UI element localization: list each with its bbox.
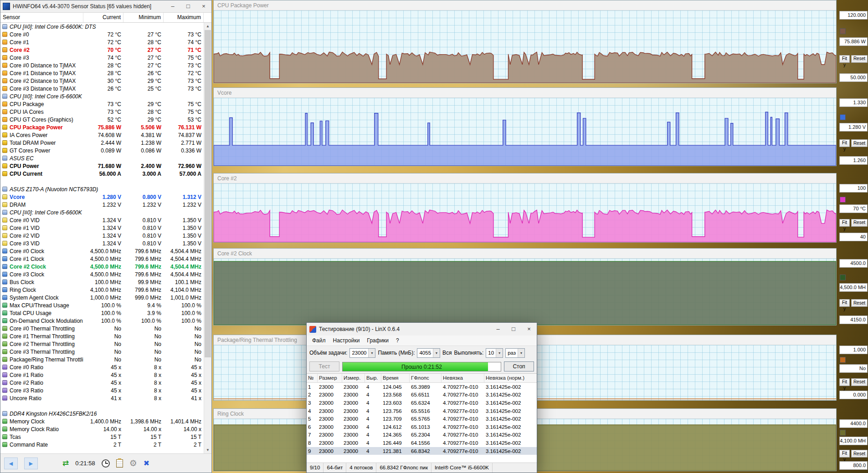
sensor-row[interactable]: Core #3 Distance to TjMAX26 °C25 °C73 °C (0, 85, 204, 92)
sensor-row[interactable]: Core #374 °C27 °C75 °C (0, 54, 204, 61)
scale-max-box[interactable]: 1.000 (839, 346, 868, 354)
fit-y-button[interactable]: Fit y (839, 450, 850, 458)
maximize-button[interactable]: □ (180, 0, 196, 12)
sensor-row[interactable]: Core #2 VID1.324 V0.810 V1.350 V (0, 232, 204, 239)
menu-item[interactable]: ? (392, 336, 403, 346)
result-row[interactable]: 823000230004126.44964.15564.709277e-0103… (307, 439, 537, 447)
sensor-group-row[interactable]: ASUS Z170-A (Nuvoton NCT6793D) (0, 185, 204, 193)
run-count-combobox[interactable]: 10▼ (486, 348, 503, 358)
results-column-header[interactable]: Невязка (норм.) (484, 374, 537, 382)
sensor-row[interactable]: System Agent Clock1,000.0 MHz999.0 MHz1,… (0, 294, 204, 301)
run-unit-combobox[interactable]: раз▼ (505, 348, 525, 358)
scale-min-box[interactable]: 1.260 (839, 156, 868, 165)
sensor-row[interactable]: Max CPU/Thread Usage100.0 %9.4 %100.0 % (0, 301, 204, 309)
minimize-button[interactable]: – (165, 0, 180, 12)
sensor-row[interactable]: CPU Current56.000 A3.000 A57.000 A (0, 170, 204, 178)
sensors-icon[interactable]: ⇄ (62, 458, 69, 468)
sensor-row[interactable]: Total DRAM Power2.444 W1.238 W2.771 W (0, 139, 204, 147)
scale-max-box[interactable]: 4400.0 (839, 419, 868, 428)
fit-y-button[interactable]: Fit y (839, 139, 850, 147)
hwinfo-titlebar[interactable]: HWiNFO64 v5.44-3070 Sensor Status [65 va… (0, 0, 211, 13)
memory-combobox[interactable]: 4055▼ (417, 348, 440, 358)
sensor-row[interactable]: Core #0 Thermal ThrottlingNoNoNo (0, 325, 204, 332)
back-button[interactable]: ◄ (4, 458, 18, 469)
sensor-group-row[interactable]: CPU [#0]: Intel Core i5-6600K (0, 92, 204, 100)
scale-min-box[interactable]: 50.000 (839, 73, 868, 82)
sensor-row[interactable]: Core #1 Thermal ThrottlingNoNoNo (0, 332, 204, 340)
sensor-row[interactable]: Core #0 Clock4,500.0 MHz799.6 MHz4,504.4… (0, 247, 204, 255)
scale-min-box[interactable]: 4150.0 (839, 315, 868, 324)
column-header-sensor[interactable]: Sensor (0, 13, 83, 22)
sensor-row[interactable]: On-Demand Clock Modulation100.0 %100.0 %… (0, 317, 204, 325)
sensor-row[interactable]: IA Cores Power74.608 W4.381 W74.837 W (0, 131, 204, 139)
sensor-row[interactable]: Bus Clock100.0 MHz99.9 MHz100.1 MHz (0, 278, 204, 286)
results-column-header[interactable]: Выр. (365, 374, 381, 382)
scroll-up-icon[interactable]: ▲ (204, 23, 211, 30)
sensor-group-row[interactable]: CPU [#0]: Intel Core i5-6600K (0, 209, 204, 216)
linx-titlebar[interactable]: Тестирование (9/10) - LinX 0.6.4 – □ × (307, 323, 537, 336)
sensor-row[interactable]: Core #0 VID1.324 V0.810 V1.350 V (0, 216, 204, 224)
scale-min-box[interactable]: 800.0 (839, 461, 868, 470)
menu-item[interactable]: Файл (308, 336, 329, 346)
graph-title[interactable]: Core #2 Clock (214, 249, 836, 259)
result-row[interactable]: 423000230004123.75665.55164.709277e-0103… (307, 407, 537, 415)
sensor-row[interactable]: Ring Clock4,100.0 MHz799.6 MHz4,104.0 MH… (0, 286, 204, 294)
maximize-button[interactable]: □ (506, 323, 521, 336)
forward-button[interactable]: ► (24, 458, 38, 469)
sensor-row[interactable]: Uncore Ratio41 x8 x41 x (0, 394, 204, 402)
sensor-row[interactable]: Core #3 Clock4,500.0 MHz799.6 MHz4,504.4… (0, 270, 204, 278)
results-column-header[interactable]: Время (381, 374, 410, 382)
reset-button[interactable]: Reset (851, 299, 868, 307)
graph-title[interactable]: Core #2 (214, 173, 836, 183)
sensor-row[interactable]: Core #3 Ratio45 x8 x45 x (0, 387, 204, 394)
sensor-row[interactable]: CPU IA Cores73 °C28 °C75 °C (0, 108, 204, 116)
sensor-row[interactable]: Total CPU Usage100.0 %3.9 %100.0 % (0, 309, 204, 317)
sensor-row[interactable]: Vcore1.280 V0.800 V1.312 V (0, 193, 204, 201)
clock-icon[interactable] (102, 459, 110, 468)
reset-button[interactable]: Reset (851, 219, 868, 227)
sensor-row[interactable]: Package/Ring Thermal ThrottlingNoNoNo (0, 356, 204, 363)
sensor-row[interactable]: Tcas15 T15 T15 T (0, 433, 204, 441)
sensor-row[interactable]: Core #2 Ratio45 x8 x45 x (0, 379, 204, 387)
sensor-row[interactable]: Core #1 Ratio45 x8 x45 x (0, 371, 204, 379)
scale-max-box[interactable]: 1.330 (839, 98, 868, 107)
result-row[interactable]: 923000230004121.38166.83424.709277e-0103… (307, 447, 537, 455)
results-column-header[interactable]: № (307, 374, 318, 382)
result-row[interactable]: 223000230004123.56865.65114.709277e-0103… (307, 391, 537, 399)
reset-button[interactable]: Reset (851, 378, 868, 386)
scroll-down-icon[interactable]: ▼ (204, 447, 211, 453)
column-header-maximum[interactable]: Maximum (164, 13, 204, 22)
results-column-header[interactable]: ГФлопс (410, 374, 442, 382)
sensor-row[interactable]: Core #1 VID1.324 V0.810 V1.350 V (0, 224, 204, 232)
column-header-current[interactable]: Current (83, 13, 123, 22)
logging-icon[interactable] (116, 459, 123, 468)
reset-button[interactable]: Reset (851, 55, 868, 63)
scale-min-box[interactable]: 40 (839, 233, 868, 241)
fit-y-button[interactable]: Fit y (839, 219, 850, 227)
result-row[interactable]: 123000230004124.04565.39894.709277e-0103… (307, 383, 537, 391)
close-button[interactable]: × (521, 323, 537, 336)
task-size-combobox[interactable]: 23000▼ (349, 348, 375, 358)
sensor-group-row[interactable]: CPU [#0]: Intel Core i5-6600K: DTS (0, 23, 204, 31)
sensor-row[interactable]: Command Rate2 T2 T2 T (0, 441, 204, 448)
sensor-row[interactable]: Core #1 Distance to TjMAX28 °C26 °C72 °C (0, 69, 204, 77)
sensor-row[interactable]: Memory Clock1,400.0 MHz1,398.6 MHz1,401.… (0, 417, 204, 425)
result-row[interactable]: 723000230004124.36565.23044.709277e-0103… (307, 431, 537, 439)
sensor-row[interactable]: Core #072 °C27 °C73 °C (0, 31, 204, 38)
sensor-row[interactable]: Core #3 Thermal ThrottlingNoNoNo (0, 348, 204, 356)
stop-button[interactable]: Стоп (504, 361, 534, 371)
sensor-row[interactable]: CPU GT Cores (Graphics)52 °C29 °C53 °C (0, 116, 204, 123)
minimize-button[interactable]: – (490, 323, 506, 336)
sensor-row[interactable]: Core #0 Distance to TjMAX28 °C27 °C73 °C (0, 61, 204, 69)
reset-button[interactable]: Reset (851, 450, 868, 458)
sensor-row[interactable]: Core #3 VID1.324 V0.810 V1.350 V (0, 239, 204, 247)
fit-y-button[interactable]: Fit y (839, 299, 850, 307)
reset-button[interactable]: Reset (851, 139, 868, 147)
graph-title[interactable]: Vcore (214, 88, 836, 98)
scrollbar-thumb[interactable] (205, 30, 211, 357)
settings-gear-icon[interactable]: ⚙ (129, 458, 137, 468)
scrollbar[interactable]: ▲ ▼ (204, 23, 211, 453)
fit-y-button[interactable]: Fit y (839, 55, 850, 63)
sensor-row[interactable]: CPU Package Power75.886 W5.506 W76.131 W (0, 123, 204, 131)
scale-max-box[interactable]: 4500.0 (839, 259, 868, 268)
